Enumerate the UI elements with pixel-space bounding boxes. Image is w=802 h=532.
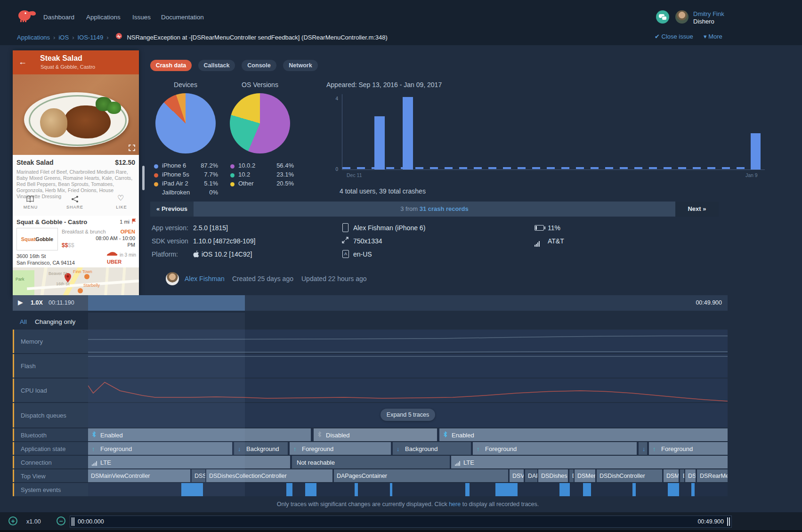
anteater-logo-icon[interactable] — [17, 8, 37, 23]
resolution-icon — [342, 237, 348, 243]
expand-traces-button[interactable]: Expand 5 traces — [381, 409, 435, 421]
player-progress-fill[interactable] — [88, 295, 245, 311]
system-event-marker[interactable] — [583, 483, 591, 496]
like-action-label[interactable]: LIKE — [108, 205, 135, 210]
application-state-segment[interactable]: ↑Foreground — [649, 442, 728, 455]
system-event-marker[interactable] — [691, 483, 695, 496]
filter-all[interactable]: All — [20, 318, 27, 325]
bluetooth-segment[interactable]: Enabled — [439, 428, 728, 441]
user-avatar[interactable] — [675, 10, 689, 24]
breadcrumb-separator: › — [103, 34, 112, 41]
play-button[interactable]: ▶ — [18, 298, 23, 306]
nav-item-applications[interactable]: Applications — [86, 14, 121, 21]
system-event-marker[interactable] — [465, 483, 470, 496]
application-state-segment[interactable]: ↑Foreground — [473, 442, 637, 455]
breadcrumb-link-applications[interactable]: Applications — [17, 34, 50, 41]
top-view-segment[interactable]: D — [680, 469, 684, 482]
breadcrumb-separator: › — [69, 34, 77, 41]
bluetooth-segment[interactable]: Disabled — [314, 428, 437, 441]
background-down-icon: ↓ — [642, 445, 646, 452]
breadcrumb-separator: › — [50, 34, 58, 41]
application-state-segment[interactable]: ↑Foreground — [290, 442, 391, 455]
expand-photo-icon[interactable] — [129, 145, 135, 151]
author-name-link[interactable]: Alex Fishman — [185, 275, 225, 282]
menu-book-icon[interactable] — [26, 195, 34, 203]
address-line2: San Francisco, CA 94114 — [16, 260, 75, 266]
carrier-value: AT&T — [548, 237, 564, 245]
bluetooth-segment-label: Disabled — [326, 431, 350, 438]
footnote-pre: Only traces with significant changes are… — [277, 501, 449, 508]
background-down-icon: ↓ — [238, 445, 241, 452]
top-view-segment[interactable]: DSDishController — [597, 469, 662, 482]
footnote-post: to display all recorded traces. — [461, 501, 539, 508]
application-state-segment[interactable]: ↓Background — [234, 442, 288, 455]
top-view-segment[interactable]: DAP — [525, 469, 537, 482]
zoom-out-button[interactable]: − — [57, 516, 65, 525]
bluetooth-segment[interactable]: Enabled — [88, 428, 311, 441]
footnote-here-link[interactable]: here — [449, 501, 461, 508]
application-state-segment[interactable]: ↑Foreground — [88, 442, 232, 455]
tab-crash-data[interactable]: Crash data — [150, 60, 192, 71]
tab-network[interactable]: Network — [283, 60, 318, 71]
system-event-marker[interactable] — [286, 483, 292, 496]
nav-item-dashboard[interactable]: Dashboard — [43, 14, 74, 21]
top-view-segment[interactable]: DSDishesCollectionController — [206, 469, 332, 482]
share-icon[interactable] — [71, 195, 79, 203]
top-view-segment[interactable]: DSSe — [192, 469, 205, 482]
map-label: Starbelly — [83, 283, 100, 288]
system-event-marker[interactable] — [668, 483, 679, 496]
legend-dot-icon — [154, 164, 158, 169]
app-version-value: 2.5.0 [1815] — [193, 224, 228, 232]
system-event-marker[interactable] — [305, 483, 316, 496]
system-event-marker[interactable] — [632, 483, 636, 496]
system-event-marker[interactable] — [559, 483, 570, 496]
user-name[interactable]: Dmitry Fink — [693, 10, 724, 17]
crash-count-bar — [374, 116, 385, 169]
chat-button[interactable] — [656, 10, 669, 24]
legend-dot-icon — [230, 164, 235, 169]
next-record-button[interactable]: Next » — [675, 202, 719, 217]
breadcrumb-link-ios-1149[interactable]: IOS-1149 — [77, 34, 103, 41]
playback-speed[interactable]: 1.0X — [31, 299, 43, 306]
nav-item-issues[interactable]: Issues — [132, 14, 151, 21]
like-heart-icon[interactable]: ♡ — [117, 193, 124, 202]
top-view-segment[interactable]: DSMe — [664, 469, 679, 482]
application-state-segment[interactable]: ↓ — [639, 442, 647, 455]
range-start-handle[interactable] — [72, 517, 74, 526]
system-event-marker[interactable] — [495, 483, 518, 496]
nav-item-documentation[interactable]: Documentation — [161, 14, 204, 21]
top-view-segment[interactable]: DAPagesContainer — [334, 469, 508, 482]
menu-action-label[interactable]: MENU — [17, 205, 44, 210]
breadcrumb-link-ios[interactable]: iOS — [58, 34, 69, 41]
tab-callstack[interactable]: Callstack — [198, 60, 235, 71]
share-action-label[interactable]: SHARE — [62, 205, 88, 210]
app-version-label: App version: — [152, 224, 188, 232]
top-view-segment[interactable]: D — [569, 469, 574, 482]
connection-segment[interactable]: LTE — [88, 456, 290, 468]
legend-label: 10.2 — [238, 171, 250, 178]
record-count-link[interactable]: 31 crash records — [420, 205, 469, 212]
connection-segment[interactable]: LTE — [451, 456, 728, 468]
application-state-segment[interactable]: ↓Background — [393, 442, 471, 455]
user-org: Dishero — [693, 18, 714, 25]
system-event-marker[interactable] — [181, 483, 203, 496]
close-issue-button[interactable]: ✔ Close issue — [655, 33, 693, 40]
system-event-marker[interactable] — [355, 483, 358, 496]
top-view-segment[interactable]: DSRearMe — [697, 469, 728, 482]
zoom-in-button[interactable]: + — [8, 516, 17, 525]
top-view-segment[interactable]: DSDishes — [538, 469, 568, 482]
top-view-segment[interactable]: DSVe — [510, 469, 524, 482]
top-view-segment[interactable]: DS — [685, 469, 696, 482]
vertical-scrollbar-thumb[interactable] — [142, 166, 145, 190]
top-view-segment[interactable]: DSMenu — [575, 469, 595, 482]
check-icon: ✔ — [655, 33, 662, 40]
system-event-marker[interactable] — [390, 483, 392, 496]
tab-console[interactable]: Console — [242, 60, 276, 71]
timeline-range-strip[interactable]: 00:00.000 00:49.900 — [70, 516, 732, 528]
range-end-handle[interactable] — [727, 517, 730, 526]
connection-segment[interactable]: Not reachable — [292, 456, 450, 468]
author-avatar[interactable] — [166, 272, 179, 285]
top-view-segment[interactable]: DSMainViewController — [88, 469, 190, 482]
filter-changing-only[interactable]: Changing only — [35, 318, 75, 325]
more-button[interactable]: ▾ More — [704, 33, 722, 40]
